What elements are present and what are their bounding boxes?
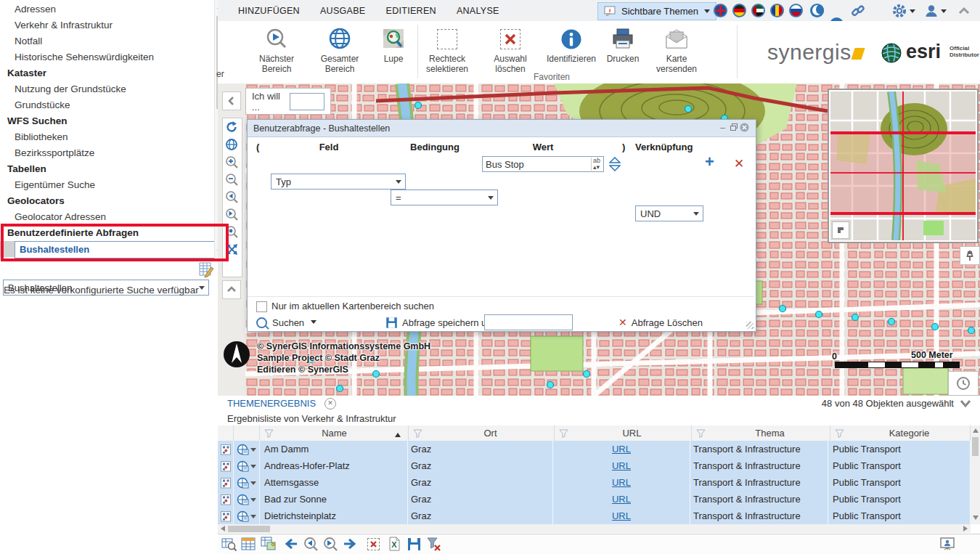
table-row[interactable]: Dietrichsteinplatz Graz URL Transport & … — [218, 508, 971, 525]
row-dropdown-icon[interactable] — [250, 481, 256, 488]
feature-actions-icon[interactable] — [237, 510, 249, 522]
table-map-icon[interactable] — [260, 536, 276, 552]
query-form-icon[interactable] — [197, 261, 214, 278]
current-extent-checkbox[interactable] — [256, 301, 267, 312]
value-type-toggle[interactable]: ab▴▾ — [591, 158, 600, 171]
link-icon[interactable] — [851, 4, 865, 18]
settings-gear-icon[interactable] — [891, 3, 907, 19]
zoom-to-feature-icon[interactable] — [221, 510, 231, 522]
settings-dropdown-icon[interactable] — [910, 9, 915, 16]
expand-arrows-icon[interactable] — [223, 240, 240, 258]
column-header-url[interactable]: URL — [555, 425, 692, 441]
feature-actions-icon[interactable] — [237, 460, 249, 472]
arrow-left-icon[interactable] — [283, 536, 299, 552]
table-vertical-scrollbar[interactable] — [971, 425, 980, 524]
add-condition-button[interactable] — [705, 155, 714, 169]
collapse-up-button[interactable] — [222, 280, 241, 299]
filter-icon[interactable] — [835, 429, 844, 438]
presentation-icon[interactable] — [939, 536, 955, 552]
zoom-out-icon[interactable] — [223, 171, 240, 188]
zoom-to-feature-icon[interactable] — [221, 494, 231, 505]
sidebar-item-bibliotheken[interactable]: Bibliotheken — [15, 129, 68, 145]
feature-actions-icon[interactable] — [237, 477, 249, 489]
sidebar-item-grundstuecke[interactable]: Grundstücke — [15, 97, 70, 113]
table-icon[interactable] — [240, 536, 256, 552]
column-header-kategorie[interactable]: Kategorie — [830, 425, 971, 441]
zoom-center-icon[interactable] — [223, 223, 240, 240]
ribbon-button-print[interactable]: Drucken — [601, 26, 645, 65]
row-dropdown-icon[interactable] — [250, 448, 256, 455]
clear-selection-icon[interactable] — [365, 536, 381, 552]
query-dialog[interactable]: Benutzerabfrage - Bushaltestellen – ( Fe… — [247, 119, 756, 332]
value-input[interactable]: Bus Stop ab▴▾ — [482, 156, 604, 172]
column-header-name[interactable]: Name — [260, 425, 409, 441]
row-dropdown-icon[interactable] — [250, 465, 256, 471]
table-row[interactable]: Bad zur Sonne Graz URL Transport & Infra… — [218, 491, 971, 508]
excel-export-icon[interactable]: X — [386, 536, 402, 552]
row-dropdown-icon[interactable] — [250, 515, 256, 521]
filter-icon[interactable] — [264, 429, 274, 438]
url-link[interactable]: URL — [612, 510, 631, 521]
delete-query-button[interactable]: Abfrage Löschen — [618, 317, 703, 328]
sidebar-section-geolocators[interactable]: Geolocators — [7, 193, 65, 209]
zoom-to-feature-icon[interactable] — [221, 460, 231, 472]
zoom-to-feature-icon[interactable] — [221, 477, 231, 489]
column-header-thema[interactable]: Thema — [692, 425, 830, 441]
collapse-chevron-icon[interactable] — [957, 5, 971, 17]
join-select[interactable]: UND — [635, 205, 703, 221]
flag-ru-icon[interactable] — [789, 4, 803, 17]
globe-icon[interactable] — [223, 136, 240, 153]
tab-analyse[interactable]: ANALYSE — [457, 6, 499, 16]
url-link[interactable]: URL — [612, 460, 631, 471]
time-slider-button[interactable] — [948, 371, 979, 396]
sidebar-section-kataster[interactable]: Kataster — [7, 65, 46, 81]
sidebar-item-geolocator-adressen[interactable]: Geolocator Adressen — [15, 209, 106, 225]
tab-editieren[interactable]: EDITIEREN — [386, 6, 436, 16]
row-dropdown-icon[interactable] — [250, 498, 256, 505]
tab-themenergebnis[interactable]: THEMENERGEBNIS — [227, 398, 316, 409]
sidebar-item-nutzung[interactable]: Nutzung der Grundstücke — [15, 81, 126, 97]
zoom-previous-icon[interactable] — [223, 188, 240, 205]
user-dropdown-icon[interactable] — [941, 9, 947, 16]
scrollbar-thumb[interactable] — [972, 437, 979, 456]
table-row[interactable]: Am Damm Graz URL Transport & Infrastruct… — [218, 441, 971, 458]
url-link[interactable]: URL — [612, 444, 631, 455]
field-select[interactable]: Typ — [271, 174, 406, 190]
pushpin-button[interactable] — [960, 246, 980, 265]
sidebar-item-bezirkssportplaetze[interactable]: Bezirkssportplätze — [15, 145, 94, 161]
user-icon[interactable] — [923, 3, 939, 19]
ribbon-button-next-extent[interactable]: Nächster Bereich — [246, 26, 307, 75]
arrow-right-icon[interactable] — [342, 536, 358, 552]
overview-corner-arrow-icon[interactable] — [832, 221, 849, 239]
ribbon-button-previous-extent[interactable]: er — [216, 69, 224, 79]
condition-select[interactable]: = — [391, 190, 498, 205]
sidebar-item-eigentuemer-suche[interactable]: Eigentümer Suche — [15, 177, 95, 193]
ich-will-input[interactable] — [290, 93, 324, 110]
search-dropdown-icon[interactable] — [311, 320, 317, 327]
table-row[interactable]: Attemsgasse Graz URL Transport & Infrast… — [218, 474, 971, 492]
sidebar-item-adressen[interactable]: Adressen — [15, 1, 56, 17]
url-link[interactable]: URL — [612, 477, 631, 488]
filter-icon[interactable] — [559, 429, 568, 438]
remove-filter-icon[interactable] — [425, 536, 441, 552]
refresh-icon[interactable] — [223, 118, 240, 136]
sidebar-item-historische[interactable]: Historische Sehenswürdigkeiten — [15, 49, 154, 65]
close-tab-icon[interactable]: ✕ — [324, 398, 336, 410]
tab-hinzufuegen[interactable]: HINZUFÜGEN — [238, 6, 300, 16]
sidebar-item-verkehr[interactable]: Verkehr & Infrastruktur — [15, 17, 113, 33]
ribbon-button-full-extent[interactable]: Gesamter Bereich — [309, 26, 370, 75]
moon-icon[interactable] — [810, 4, 824, 17]
visible-themes-dropdown[interactable]: i Sichtbare Themen — [597, 2, 716, 20]
filter-icon[interactable] — [413, 429, 422, 438]
collapse-panel-icon[interactable] — [954, 399, 976, 409]
table-row[interactable]: Andreas-Hofer-Platz Graz URL Transport &… — [218, 457, 971, 475]
overview-map[interactable] — [828, 89, 979, 243]
ribbon-button-lupe[interactable]: Lupe — [372, 26, 415, 65]
collapse-sidebar-button[interactable] — [222, 91, 241, 110]
tab-ausgabe[interactable]: AUSGABE — [320, 6, 366, 16]
filter-icon[interactable] — [696, 429, 706, 438]
flag-ae-icon[interactable] — [751, 4, 765, 17]
remove-condition-button[interactable] — [734, 156, 744, 171]
scrollbar-thumb[interactable] — [228, 526, 270, 532]
zoom-to-table-icon[interactable] — [221, 536, 237, 552]
